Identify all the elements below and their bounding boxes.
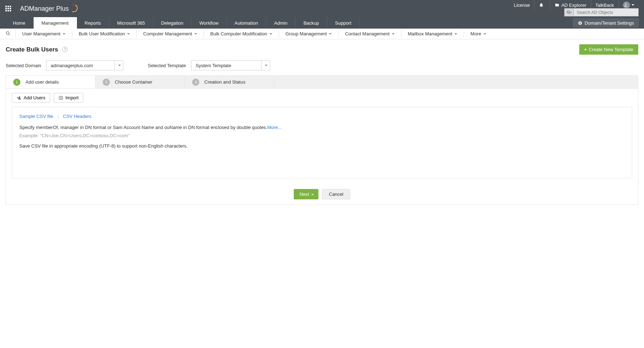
footer-buttons: Next » Cancel — [6, 184, 638, 204]
plus-icon: + — [584, 47, 587, 52]
steps-container: 1Add user details2Choose Container3Creat… — [6, 75, 638, 205]
info-box: Sample CSV file | CSV Headers Specify me… — [12, 107, 632, 178]
double-chevron-right-icon: » — [311, 192, 313, 197]
step-tab-2[interactable]: 2Choose Container — [96, 76, 185, 88]
chevron-down-icon — [127, 33, 130, 35]
step-label: Choose Container — [115, 79, 152, 85]
sub-tab-user-management[interactable]: User Management — [18, 29, 70, 39]
main-tab-home[interactable]: Home — [5, 17, 34, 29]
info-text-format: Specify memberOf, manager in DN format o… — [19, 125, 625, 130]
sub-tab-bulk-computer-modification[interactable]: Bulk Computer Modification — [206, 29, 277, 39]
main-tab-backup[interactable]: Backup — [296, 17, 327, 29]
info-example: Example: "CN=Joe,CN=Users,DC=contoso,DC=… — [19, 133, 625, 138]
sub-tab-bulk-user-modification[interactable]: Bulk User Modification — [74, 29, 134, 39]
sub-tab-computer-management[interactable]: Computer Management — [139, 29, 201, 39]
info-links: Sample CSV file | CSV Headers — [19, 114, 625, 119]
selected-template-dropdown[interactable]: System Template — [191, 60, 270, 70]
divider — [136, 31, 137, 37]
notifications-bell[interactable] — [534, 0, 550, 10]
step-tab-3[interactable]: 3Creation and Status — [185, 76, 274, 88]
sub-tabs: User ManagementBulk User ModificationCom… — [0, 29, 644, 39]
step-number: 1 — [13, 79, 20, 86]
divider — [279, 31, 279, 37]
main-tab-microsoft-365[interactable]: Microsoft 365 — [109, 17, 153, 29]
folder-icon — [555, 3, 560, 7]
step-number: 3 — [192, 79, 199, 86]
search-container: ▾ — [564, 8, 639, 16]
user-avatar-icon — [623, 1, 630, 9]
main-tab-delegation[interactable]: Delegation — [153, 17, 191, 29]
step-number: 2 — [103, 79, 110, 86]
add-users-button[interactable]: Add Users — [12, 93, 50, 103]
logo-swoosh-icon — [70, 4, 77, 13]
divider — [464, 31, 464, 37]
sub-tab-group-management[interactable]: Group Management — [281, 29, 336, 39]
step-tab-1[interactable]: 1Add user details — [6, 76, 96, 88]
selected-template-label: Selected Template — [148, 63, 186, 68]
info-text-encoding: Save CSV file in appropriate encoding (U… — [19, 143, 625, 149]
step-label: Creation and Status — [204, 79, 245, 85]
step-label: Add user details — [25, 79, 59, 85]
svg-point-0 — [567, 11, 569, 13]
apps-grid-icon[interactable] — [5, 6, 11, 11]
create-new-template-button[interactable]: + Create New Template — [579, 44, 638, 55]
sub-tab-more[interactable]: More — [466, 29, 491, 39]
sub-search-icon[interactable] — [3, 31, 13, 37]
main-tab-admin[interactable]: Admin — [266, 17, 296, 29]
more-link[interactable]: More... — [267, 125, 282, 130]
chevron-down-icon — [631, 4, 634, 6]
chevron-down-icon — [392, 33, 395, 35]
main-tab-management[interactable]: Management — [34, 17, 77, 29]
product-name: ADManager Plus — [20, 5, 69, 13]
selected-domain-dropdown[interactable]: admanagerplus.com — [46, 60, 123, 70]
sub-tab-mailbox-management[interactable]: Mailbox Management — [404, 29, 462, 39]
cancel-button[interactable]: Cancel — [322, 189, 350, 199]
search-input[interactable] — [574, 9, 638, 16]
chevron-down-icon — [329, 33, 332, 35]
selector-row: Selected Domain admanagerplus.com Select… — [0, 58, 644, 75]
svg-point-2 — [6, 31, 9, 34]
main-tab-support[interactable]: Support — [327, 17, 360, 29]
divider — [15, 31, 16, 37]
chevron-down-icon — [454, 33, 457, 35]
page-title-row: Create Bulk Users ? + Create New Templat… — [0, 39, 644, 58]
selected-domain-label: Selected Domain — [6, 63, 41, 68]
domain-tenant-settings-button[interactable]: Domain/Tenant Settings — [573, 18, 639, 28]
top-header: ADManager Plus License AD Explorer TalkB… — [0, 0, 644, 17]
chevron-down-icon — [261, 61, 270, 70]
csv-headers-link[interactable]: CSV Headers — [63, 114, 91, 119]
chevron-down-icon — [194, 33, 197, 35]
divider — [72, 31, 72, 37]
bell-icon — [539, 3, 544, 8]
chevron-down-icon — [63, 33, 65, 35]
sample-csv-link[interactable]: Sample CSV file — [19, 114, 53, 119]
sub-tab-contact-management[interactable]: Contact Management — [341, 29, 399, 39]
page-title: Create Bulk Users — [6, 46, 58, 53]
product-logo: ADManager Plus — [20, 4, 77, 13]
divider — [204, 31, 204, 37]
import-icon — [58, 96, 63, 100]
action-row: Add Users Import — [6, 89, 638, 107]
main-tab-workflow[interactable]: Workflow — [191, 17, 226, 29]
main-tabs: HomeManagementReportsMicrosoft 365Delega… — [0, 17, 644, 29]
import-button[interactable]: Import — [54, 93, 83, 103]
chevron-down-icon — [114, 61, 123, 70]
gear-icon — [578, 21, 582, 25]
chevron-down-icon — [483, 33, 486, 35]
add-user-icon — [16, 96, 21, 100]
next-button[interactable]: Next » — [294, 189, 318, 199]
divider — [401, 31, 401, 37]
divider — [338, 31, 338, 37]
help-icon[interactable]: ? — [62, 47, 68, 52]
svg-line-3 — [9, 34, 10, 35]
license-link[interactable]: License — [509, 0, 534, 10]
divider: | — [58, 114, 59, 119]
main-tab-reports[interactable]: Reports — [77, 17, 109, 29]
chevron-down-icon — [269, 33, 272, 35]
search-icon[interactable]: ▾ — [565, 9, 574, 16]
step-tabs: 1Add user details2Choose Container3Creat… — [6, 76, 638, 89]
main-tab-automation[interactable]: Automation — [227, 17, 267, 29]
